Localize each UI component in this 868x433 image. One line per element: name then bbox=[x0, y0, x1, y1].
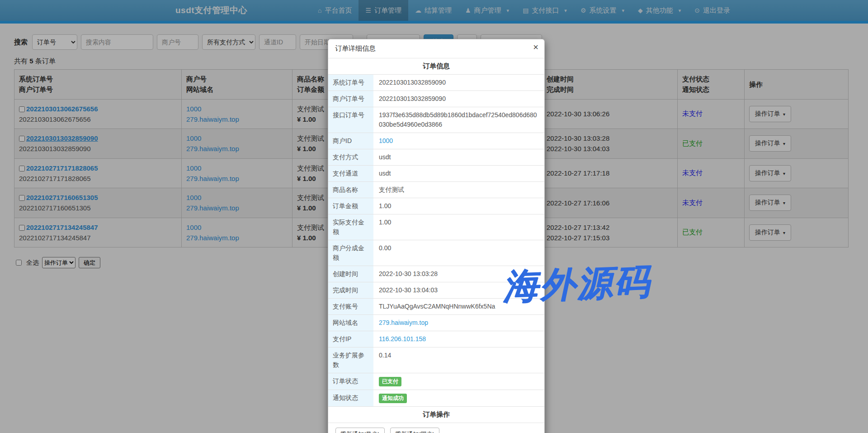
notify-status-badge: 通知成功 bbox=[379, 394, 407, 403]
close-icon[interactable]: × bbox=[533, 43, 538, 52]
detail-row-interface-order-no: 接口订单号 1937f3e635d88db5d89b1860d1bdacef72… bbox=[328, 107, 544, 133]
renotify-async-button[interactable]: 重新通知(异步) bbox=[335, 428, 385, 433]
order-status-badge: 已支付 bbox=[379, 377, 401, 386]
detail-row-extension-param: 业务扩展参数 0.14 bbox=[328, 347, 544, 373]
renotify-sync-button[interactable]: 重新通知(同步) bbox=[390, 428, 439, 433]
detail-row-merchant-share: 商户分成金额 0.00 bbox=[328, 240, 544, 266]
detail-row-mch-order-no: 商户订单号 2022103013032859090 bbox=[328, 90, 544, 107]
pay-ip-link[interactable]: 116.206.101.158 bbox=[379, 335, 426, 343]
detail-row-site-domain: 网站域名 279.haiwaiym.top bbox=[328, 314, 544, 331]
order-ops-section-title: 订单操作 bbox=[328, 406, 544, 423]
detail-row-order-status: 订单状态 已支付 bbox=[328, 373, 544, 390]
modal-title: 订单详细信息 bbox=[335, 44, 376, 52]
detail-row-sys-order-no: 系统订单号 2022103013032859090 bbox=[328, 74, 544, 90]
detail-row-pay-channel: 支付通道 usdt bbox=[328, 165, 544, 181]
detail-row-pay-ip: 支付IP 116.206.101.158 bbox=[328, 331, 544, 347]
site-domain-link[interactable]: 279.haiwaiym.top bbox=[379, 319, 428, 326]
detail-row-actual-paid: 实际支付金额 1.00 bbox=[328, 214, 544, 240]
order-info-section-title: 订单信息 bbox=[328, 58, 544, 74]
site-watermark: 海外源码 bbox=[502, 258, 651, 310]
detail-row-notify-status: 通知状态 通知成功 bbox=[328, 390, 544, 406]
merchant-id-link[interactable]: 1000 bbox=[379, 137, 393, 144]
detail-row-product-name: 商品名称 支付测试 bbox=[328, 181, 544, 198]
detail-row-pay-method: 支付方式 usdt bbox=[328, 149, 544, 165]
detail-row-merchant-id: 商户ID 1000 bbox=[328, 133, 544, 149]
order-detail-modal: 订单详细信息 × 订单信息 系统订单号 2022103013032859090 … bbox=[328, 39, 545, 433]
detail-row-order-amount: 订单金额 1.00 bbox=[328, 198, 544, 214]
